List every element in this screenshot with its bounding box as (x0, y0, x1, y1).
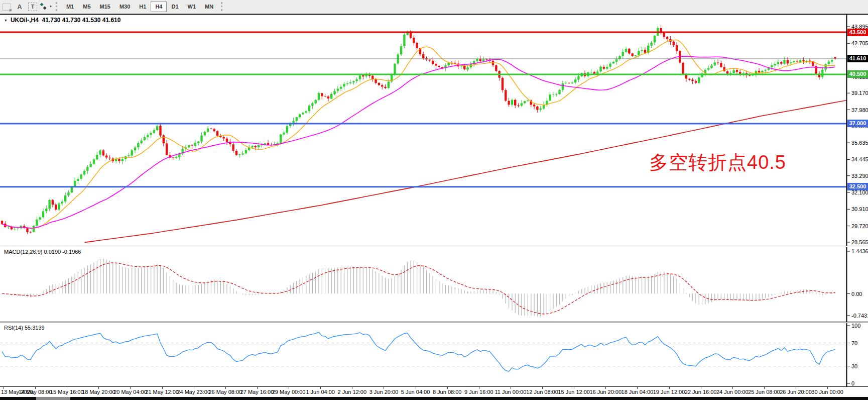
toolbar-grip-2[interactable] (221, 2, 224, 11)
candle (463, 66, 465, 70)
timeframe-button-M30[interactable]: M30 (115, 1, 135, 12)
candle (429, 60, 431, 61)
price-badge-40.500: 40.500 (847, 70, 868, 78)
mt4-window: F A T ◆◆ ▼ M1M5M15M30H1H4D1W1MN 43.89542… (0, 0, 868, 400)
price-tick-label: 42.705 (851, 40, 868, 46)
candle (26, 228, 28, 232)
candle (552, 94, 554, 95)
candle (435, 64, 437, 66)
candle (333, 91, 335, 94)
candle (413, 38, 415, 43)
price-tick-label: 29.720 (851, 223, 868, 229)
rsi-line (2, 332, 835, 371)
candle (502, 78, 504, 90)
price-badge-37.000: 37.000 (847, 120, 868, 127)
candle (232, 144, 234, 151)
rsi-panel[interactable]: 10070300 (0, 323, 868, 386)
time-axis-label: 19 Jun 12:00 (653, 389, 685, 395)
time-axis-label: 27 May 16:00 (240, 389, 274, 395)
candle (720, 63, 722, 67)
candle (615, 59, 617, 62)
price-tick-label: 28.565 (851, 239, 868, 245)
candle (824, 64, 826, 70)
candle (524, 101, 526, 103)
candle (64, 195, 66, 202)
macd-label: MACD(12,26,9) 0.0190 -0.1966 (4, 249, 81, 255)
candle (641, 50, 643, 51)
timeframe-button-W1[interactable]: W1 (183, 1, 201, 12)
candle (809, 61, 811, 61)
candle (517, 106, 519, 106)
macd-histogram (2, 259, 835, 316)
candle (356, 79, 358, 81)
candle (340, 87, 342, 89)
candle (533, 105, 535, 107)
arrows-tool-icon[interactable]: ◆◆ ▼ (40, 2, 52, 12)
candle (39, 218, 41, 220)
candle (514, 100, 516, 106)
candle (739, 72, 741, 74)
candle (359, 75, 361, 79)
rsi-tick-label: 100 (851, 323, 860, 329)
candle (308, 106, 310, 111)
timeframe-button-D1[interactable]: D1 (167, 1, 183, 12)
main-price-panel[interactable]: 43.89542.70541.51540.32539.17037.98036.8… (0, 14, 868, 246)
candle (349, 82, 351, 83)
candle (758, 71, 760, 72)
candle (241, 153, 243, 154)
candle (432, 61, 434, 64)
candle (714, 62, 716, 65)
toolbar: F A T ◆◆ ▼ M1M5M15M30H1H4D1W1MN (0, 0, 868, 14)
candle (343, 84, 345, 86)
time-axis-label: 30 Jun 00:00 (811, 389, 843, 395)
timeframe-button-H1[interactable]: H1 (135, 1, 151, 12)
candle (378, 83, 380, 85)
chart-workspace[interactable]: 43.89542.70541.51540.32539.17037.98036.8… (0, 14, 868, 400)
timeframe-button-H4[interactable]: H4 (151, 1, 167, 12)
candle (495, 65, 497, 71)
timeframe-button-M5[interactable]: M5 (78, 1, 95, 12)
candle (159, 126, 161, 135)
candle (676, 45, 678, 51)
candle (609, 64, 611, 67)
price-tick-label: 34.445 (851, 156, 868, 162)
candle (571, 82, 573, 83)
candle (175, 157, 177, 158)
candle (105, 155, 107, 157)
timeframe-button-MN[interactable]: MN (200, 1, 218, 12)
timeframe-button-M15[interactable]: M15 (95, 1, 115, 12)
candle (698, 77, 700, 83)
toolbar-grip[interactable] (56, 2, 59, 11)
candle (362, 75, 364, 77)
t-box-glyph: T (28, 3, 37, 11)
time-axis-label: 15 May 16:00 (50, 389, 84, 395)
text-label-tool-icon[interactable]: T (27, 2, 39, 12)
symbol-dropdown-icon[interactable]: ▼ (4, 19, 8, 22)
candle (549, 94, 551, 101)
candle (314, 100, 316, 104)
candle (831, 60, 833, 62)
candle (574, 79, 576, 82)
candle (536, 107, 538, 110)
candle (337, 88, 339, 91)
annotation-text: 多空转折点40.5 (649, 150, 786, 175)
candle (14, 229, 16, 229)
candle (93, 159, 95, 164)
time-axis-label: 3 Jun 20:00 (369, 389, 399, 395)
time-axis-label: 14 May 08:00 (19, 389, 52, 395)
candle (631, 53, 633, 56)
symbol-ohlc-text: UKOil-,H4 41.730 41.730 41.530 41.610 (11, 17, 121, 24)
candle (286, 126, 288, 133)
timeframe-button-M1[interactable]: M1 (62, 1, 78, 12)
timeframe-buttons: M1M5M15M30H1H4D1W1MN (62, 1, 218, 12)
diamond-arrows-icon: ◆◆ (40, 3, 48, 11)
candle (74, 181, 76, 186)
macd-panel[interactable]: 1.44360.00-0.7431 (0, 247, 868, 322)
rsi-tick-label: 30 (851, 363, 857, 369)
price-tick-label: 39.170 (851, 90, 868, 96)
candle (118, 159, 120, 161)
text-tool-icon[interactable]: A (14, 2, 26, 12)
bottom-strip-segment (36, 397, 70, 400)
chart-frame-tool-icon[interactable]: F (1, 2, 13, 12)
candle (318, 93, 320, 100)
